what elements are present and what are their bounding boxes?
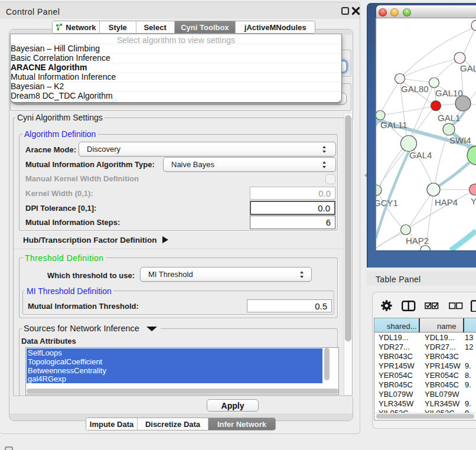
svg-text:Y: Y <box>471 196 476 206</box>
svg-text:GAL11: GAL11 <box>380 120 407 130</box>
svg-text:HAP4: HAP4 <box>435 197 458 207</box>
svg-text:GAL7: GAL7 <box>460 63 476 73</box>
svg-text:SWI4: SWI4 <box>449 135 471 145</box>
svg-text:GCY1: GCY1 <box>376 198 398 208</box>
svg-text:HAP2: HAP2 <box>406 236 429 246</box>
svg-text:GAL1: GAL1 <box>438 113 460 123</box>
svg-text:GAL4: GAL4 <box>409 150 432 160</box>
svg-text:GAL10: GAL10 <box>435 88 463 98</box>
svg-text:GAL80: GAL80 <box>401 84 429 94</box>
